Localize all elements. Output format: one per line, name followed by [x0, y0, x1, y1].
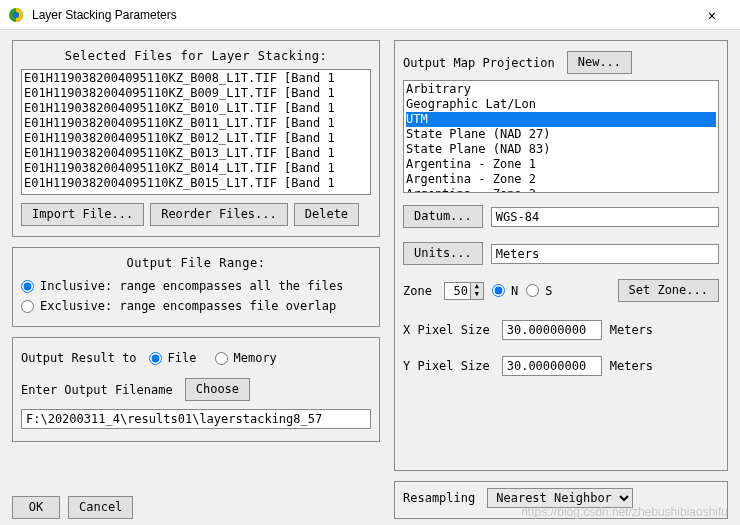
list-item[interactable]: State Plane (NAD 83): [406, 142, 716, 157]
output-memory-radio-label: Memory: [234, 351, 277, 365]
output-file-radio[interactable]: File: [149, 351, 197, 365]
titlebar: Layer Stacking Parameters ✕: [0, 0, 740, 30]
zone-spinner[interactable]: ▲▼: [444, 282, 484, 300]
datum-button[interactable]: Datum...: [403, 205, 483, 228]
output-map-projection-label: Output Map Projection: [403, 56, 555, 70]
zone-label: Zone: [403, 284, 432, 298]
list-item[interactable]: Arbitrary: [406, 82, 716, 97]
window-title: Layer Stacking Parameters: [32, 8, 692, 22]
svg-point-1: [13, 12, 19, 18]
y-pixel-units: Meters: [610, 359, 653, 373]
inclusive-radio[interactable]: Inclusive: range encompasses all the fil…: [21, 279, 343, 293]
output-filename-input[interactable]: [21, 409, 371, 429]
output-result-group: Output Result to File Memory Enter Outpu…: [12, 337, 380, 442]
x-pixel-input[interactable]: [502, 320, 602, 340]
units-value: Meters: [491, 244, 719, 264]
inclusive-radio-input[interactable]: [21, 280, 34, 293]
exclusive-radio-label: Exclusive: range encompasses file overla…: [40, 299, 336, 313]
output-result-label: Output Result to: [21, 351, 137, 365]
list-item[interactable]: E01H1190382004095110KZ_B014_L1T.TIF [Ban…: [24, 161, 368, 176]
list-item[interactable]: E01H1190382004095110KZ_B013_L1T.TIF [Ban…: [24, 146, 368, 161]
list-item[interactable]: State Plane (NAD 27): [406, 127, 716, 142]
reorder-files-button[interactable]: Reorder Files...: [150, 203, 288, 226]
units-button[interactable]: Units...: [403, 242, 483, 265]
inclusive-radio-label: Inclusive: range encompasses all the fil…: [40, 279, 343, 293]
projection-listbox[interactable]: ArbitraryGeographic Lat/LonUTMState Plan…: [403, 80, 719, 193]
y-pixel-input[interactable]: [502, 356, 602, 376]
list-item[interactable]: Geographic Lat/Lon: [406, 97, 716, 112]
list-item[interactable]: E01H1190382004095110KZ_B015_L1T.TIF [Ban…: [24, 176, 368, 191]
choose-button[interactable]: Choose: [185, 378, 250, 401]
zone-s-label: S: [545, 284, 552, 298]
files-listbox[interactable]: E01H1190382004095110KZ_B008_L1T.TIF [Ban…: [21, 69, 371, 195]
close-icon[interactable]: ✕: [692, 7, 732, 23]
resampling-label: Resampling: [403, 491, 475, 505]
exclusive-radio[interactable]: Exclusive: range encompasses file overla…: [21, 299, 336, 313]
list-item[interactable]: E01H1190382004095110KZ_B010_L1T.TIF [Ban…: [24, 101, 368, 116]
resampling-group: Resampling Nearest Neighbor: [394, 481, 728, 519]
x-pixel-units: Meters: [610, 323, 653, 337]
output-memory-radio-input[interactable]: [215, 352, 228, 365]
y-pixel-label: Y Pixel Size: [403, 359, 490, 373]
cancel-button[interactable]: Cancel: [68, 496, 133, 519]
list-item[interactable]: E01H1190382004095110KZ_B009_L1T.TIF [Ban…: [24, 86, 368, 101]
zone-n-radio[interactable]: N: [492, 284, 518, 298]
zone-n-radio-input[interactable]: [492, 284, 505, 297]
list-item[interactable]: Argentina - Zone 2: [406, 172, 716, 187]
zone-s-radio-input[interactable]: [526, 284, 539, 297]
projection-group: Output Map Projection New... ArbitraryGe…: [394, 40, 728, 471]
list-item[interactable]: Argentina - Zone 1: [406, 157, 716, 172]
selected-files-group: Selected Files for Layer Stacking: E01H1…: [12, 40, 380, 237]
zone-spin-down[interactable]: ▼: [471, 291, 483, 299]
enter-output-label: Enter Output Filename: [21, 383, 173, 397]
list-item[interactable]: E01H1190382004095110KZ_B012_L1T.TIF [Ban…: [24, 131, 368, 146]
zone-n-label: N: [511, 284, 518, 298]
x-pixel-label: X Pixel Size: [403, 323, 490, 337]
list-item[interactable]: UTM: [406, 112, 716, 127]
delete-button[interactable]: Delete: [294, 203, 359, 226]
output-file-radio-label: File: [168, 351, 197, 365]
set-zone-button[interactable]: Set Zone...: [618, 279, 719, 302]
resampling-select[interactable]: Nearest Neighbor: [487, 488, 633, 508]
zone-s-radio[interactable]: S: [526, 284, 552, 298]
output-range-group: Output File Range: Inclusive: range enco…: [12, 247, 380, 327]
new-projection-button[interactable]: New...: [567, 51, 632, 74]
list-item[interactable]: E01H1190382004095110KZ_B011_L1T.TIF [Ban…: [24, 116, 368, 131]
list-item[interactable]: E01H1190382004095110KZ_B008_L1T.TIF [Ban…: [24, 71, 368, 86]
list-item[interactable]: Argentina - Zone 3: [406, 187, 716, 193]
selected-files-label: Selected Files for Layer Stacking:: [21, 49, 371, 63]
output-file-radio-input[interactable]: [149, 352, 162, 365]
output-memory-radio[interactable]: Memory: [215, 351, 277, 365]
datum-value: WGS-84: [491, 207, 719, 227]
zone-input[interactable]: [444, 282, 470, 300]
app-icon: [8, 7, 24, 23]
ok-button[interactable]: OK: [12, 496, 60, 519]
import-file-button[interactable]: Import File...: [21, 203, 144, 226]
exclusive-radio-input[interactable]: [21, 300, 34, 313]
output-range-label: Output File Range:: [21, 256, 371, 270]
